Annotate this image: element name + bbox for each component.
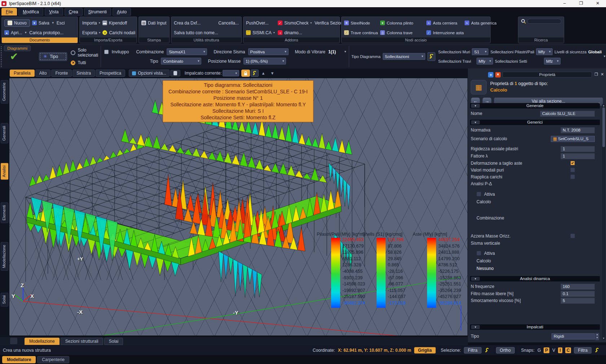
trave-continua-button[interactable]: ∕Trave continua <box>344 28 380 37</box>
direzione-sisma-select[interactable]: Positiva▼ <box>248 48 289 55</box>
lock-button[interactable] <box>241 70 250 77</box>
asta-generica-button[interactable]: ≈Asta generica <box>465 18 496 28</box>
menu-file[interactable]: File <box>1 8 17 15</box>
menu-strumenti[interactable]: Strumenti <box>84 8 111 15</box>
toolbar-overflow-caret[interactable]: ▼ <box>603 55 606 58</box>
impalcati-stepper[interactable]: ▲▼ <box>595 333 599 340</box>
properties-header[interactable]: Proprietà <box>502 72 592 77</box>
pushover-button[interactable]: PushOver... <box>246 18 278 28</box>
toolbar-grip[interactable] <box>1 46 2 67</box>
filtra-snap-button[interactable]: Filtra <box>574 347 592 354</box>
nfreq-field[interactable]: 160 <box>561 284 595 290</box>
sollecitazioni-travi-select[interactable]: Mfy▼ <box>477 58 493 65</box>
viewtab-fronte[interactable]: Fronte <box>51 70 72 77</box>
apri-dropdown-caret[interactable]: ▼ <box>24 31 27 34</box>
opzioni-vista-button[interactable]: Opzioni vista... <box>129 70 170 77</box>
sismocheck-button[interactable]: ✓SismoCheck▾ <box>278 18 315 28</box>
section-analisi-dinamica[interactable]: ▼Analisi dinamica <box>470 276 600 281</box>
salva-dropdown-caret[interactable]: ▼ <box>52 21 54 25</box>
cancella-button[interactable]: Cancella... <box>218 21 239 26</box>
filtro-field[interactable]: 0.1 <box>561 291 595 297</box>
modo-vibrare-caret[interactable]: ▼ <box>344 50 347 53</box>
deformazione-checkbox[interactable]: ✔ <box>570 161 575 165</box>
nome-field[interactable]: Calcolo SLU_SLE <box>540 111 595 117</box>
section-impalcati[interactable]: ▼Impalcati <box>470 324 600 330</box>
modetab-modellatore[interactable]: Modellatore <box>2 356 36 363</box>
scrollbar-thumb[interactable] <box>602 107 605 147</box>
panel-add-button[interactable]: ＋ <box>488 72 493 77</box>
attiva-sisma-checkbox[interactable] <box>477 251 481 256</box>
rigidezza-field[interactable]: 1 <box>561 146 595 152</box>
posizione-masse-select[interactable]: 1) (0%,-5%)▼ <box>243 58 286 65</box>
inviluppo-checkbox[interactable] <box>104 50 109 54</box>
crea-da-dxf-button[interactable]: Crea da Dxf... <box>174 21 201 26</box>
radio-tutti[interactable]: ✕Tutti <box>71 60 100 65</box>
tipo-impalcati-select[interactable]: Rigidi <box>552 333 595 339</box>
fattore-field[interactable]: 1 <box>561 153 595 159</box>
railtab-geometrie[interactable]: Geometrie <box>1 80 8 103</box>
carichi-nodali-button[interactable]: ●Carichi nodali <box>102 30 135 35</box>
azzera-checkbox[interactable] <box>570 234 575 238</box>
restore-button[interactable]: ❐ <box>573 0 589 7</box>
asta-cerniera-button[interactable]: ≈Asta cerniera <box>426 18 465 28</box>
snap-p[interactable]: P <box>544 347 549 353</box>
viewtab-prospettica[interactable]: Prospettica <box>96 70 125 77</box>
importa-button[interactable]: Importa▾ <box>82 21 100 26</box>
dati-input-button[interactable]: ▤Dati Input <box>141 21 166 26</box>
interruzione-asta-button[interactable]: ∕Interruzione asta <box>426 28 465 37</box>
viewport-3d[interactable]: Tipo diagramma: Sollecitazioni Combinazi… <box>9 78 468 336</box>
sismica-button[interactable]: ⌒SISMI.CA▾ <box>246 28 278 37</box>
viewtab-parallela[interactable]: Parallela <box>10 70 35 77</box>
viewtab-alto[interactable]: Alto <box>35 70 51 77</box>
wrench-icon-status[interactable] <box>484 348 489 353</box>
railtab-elementi[interactable]: Elementi <box>1 203 8 223</box>
railtab-modellazione[interactable]: Modellazione <box>1 242 8 271</box>
search-input[interactable] <box>527 19 561 24</box>
nuovo-button[interactable]: Nuovo <box>4 19 30 27</box>
kipendoff-button[interactable]: ▬Kipendoff <box>102 21 127 26</box>
normativa-field[interactable]: N.T. 2008 <box>561 127 595 133</box>
menu-crea[interactable]: Crea <box>65 8 83 15</box>
doctab-modellazione[interactable]: Modellazione <box>25 338 60 345</box>
sollecitazioni-setti-select[interactable]: Mfz▼ <box>544 58 561 65</box>
combinazione-select[interactable]: SismaX1▼ <box>167 48 207 55</box>
carica-prototipo-button[interactable]: Carica prototipo... <box>29 30 63 35</box>
ortho-button[interactable]: Ortho <box>496 347 515 354</box>
snap-g[interactable]: G <box>537 348 541 353</box>
filtra-selezione-button[interactable]: Filtra <box>464 347 482 354</box>
doctab-solai[interactable]: Solai <box>104 338 123 345</box>
view-settings-button[interactable] <box>251 70 259 77</box>
viewtab-sinistra[interactable]: Sinistra <box>73 70 95 77</box>
modetab-carpenterie[interactable]: Carpenterie <box>37 356 69 363</box>
scenario-field[interactable]: ▦ SetCombSLU_S <box>551 136 595 142</box>
impalcato-select[interactable]: ▼ <box>223 70 239 76</box>
radio-solo-selezionati[interactable]: Solo selezionati <box>71 48 100 58</box>
apri-button[interactable]: ▴Apri... <box>4 30 22 35</box>
griglia-button[interactable]: Griglia <box>414 347 436 354</box>
tipo-select[interactable]: Combinato▼ <box>161 58 201 65</box>
esci-button[interactable]: Esci <box>57 21 65 26</box>
menu-aiuto[interactable]: Aiuto <box>113 8 131 15</box>
snap-v[interactable]: V <box>552 348 555 353</box>
steelnode-button[interactable]: ✳SteelNode <box>344 18 380 28</box>
colonna-trave-button[interactable]: ▯Colonna trave <box>380 28 426 37</box>
railtab-generali[interactable]: Generali <box>1 123 8 143</box>
snap-i[interactable]: I <box>558 347 562 353</box>
salva-button[interactable]: ▾Salva <box>32 21 49 26</box>
railtab-analisi[interactable]: Analisi <box>1 163 8 179</box>
attiva-pd-checkbox[interactable] <box>477 192 481 196</box>
level-down-button[interactable]: ▼ <box>268 71 276 75</box>
close-button[interactable]: ✕ <box>589 0 606 7</box>
wrench-icon-snaps[interactable] <box>594 348 600 353</box>
dinamo-button[interactable]: ◃dinamo... <box>278 28 315 37</box>
panel-remove-button[interactable]: ✕ <box>495 72 501 77</box>
tipo-diagram-button[interactable]: ✳ Tipo <box>39 52 67 61</box>
riapplica-checkbox[interactable] <box>570 174 575 179</box>
panel-close-icon[interactable]: ✕ <box>601 72 604 77</box>
tipo-diagramma-select[interactable]: Sollecitazioni▼ <box>383 53 425 60</box>
level-up-button[interactable]: ▲ <box>259 71 268 75</box>
section-generici[interactable]: ▼Generici <box>470 120 600 125</box>
sollecitazioni-pilastri-select[interactable]: Mfy▼ <box>536 48 553 55</box>
salva-tutto-button[interactable]: Salva tutto con nome... <box>174 30 218 35</box>
menu-modifica[interactable]: Modifica <box>18 8 43 15</box>
